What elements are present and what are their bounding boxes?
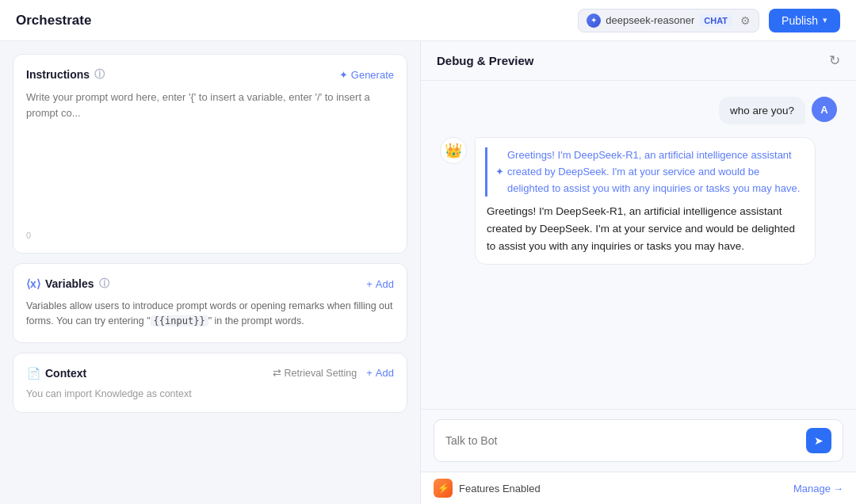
sparkle-icon: ✦ [339,69,348,81]
features-left: ⚡ Features Enabled [434,479,541,498]
thinking-icon: ✦ [495,164,504,181]
main-content: Instructions ⓘ ✦ Generate 0 ⟨x⟩ Variable… [0,41,856,504]
variables-desc-part2: " in the prompt words. [208,315,304,326]
variables-info-icon[interactable]: ⓘ [99,277,109,291]
instructions-title-group: Instructions ⓘ [26,67,105,82]
bot-thinking-section: ✦ Greetings! I'm DeepSeek-R1, an artific… [485,147,804,197]
settings-icon: ⚙ [740,14,751,27]
variables-header: ⟨x⟩ Variables ⓘ + Add [26,277,394,291]
add-label: Add [376,278,394,290]
right-panel: Debug & Preview ↻ who are you? A 👑 ✦ Gre… [420,41,856,504]
variables-icon: ⟨x⟩ [26,277,40,291]
context-add-label: Add [376,367,394,379]
model-selector[interactable]: ✦ deepseek-reasoner CHAT ⚙ [578,9,759,32]
retrieval-label: Retrieval Setting [285,368,357,379]
bot-bubble: ✦ Greetings! I'm DeepSeek-R1, an artific… [475,137,816,265]
bot-thinking-text: Greetings! I'm DeepSeek-R1, an artificia… [507,147,804,197]
variables-title-group: ⟨x⟩ Variables ⓘ [26,277,109,291]
chat-input[interactable] [445,434,800,447]
chat-input-area: ➤ [421,409,856,472]
model-name: deepseek-reasoner [606,14,694,26]
debug-header: Debug & Preview ↻ [421,41,856,81]
instructions-textarea[interactable] [26,90,394,224]
retrieval-setting-button[interactable]: ⇄ Retrieval Setting [273,367,357,379]
chevron-down-icon: ▾ [823,15,827,25]
context-title: Context [45,367,86,380]
send-icon: ➤ [814,434,824,447]
bot-avatar: 👑 [440,137,467,164]
manage-label: Manage [793,483,831,494]
context-add-button[interactable]: + Add [366,367,394,379]
variables-code: {{input}} [151,315,208,326]
refresh-button[interactable]: ↻ [829,52,840,69]
model-icon: ✦ [587,13,601,28]
instructions-header: Instructions ⓘ ✦ Generate [26,67,394,82]
features-icon: ⚡ [434,479,453,498]
context-icon: 📄 [26,366,40,380]
context-actions: ⇄ Retrieval Setting + Add [273,367,394,379]
variables-title: Variables [45,277,94,290]
variables-add-button[interactable]: + Add [366,278,394,290]
header-actions: ✦ deepseek-reasoner CHAT ⚙ Publish ▾ [578,9,840,32]
chat-area: who are you? A 👑 ✦ Greetings! I'm DeepSe… [421,81,856,409]
header: Orchestrate ✦ deepseek-reasoner CHAT ⚙ P… [0,0,856,41]
variables-card: ⟨x⟩ Variables ⓘ + Add Variables allow us… [13,263,407,343]
variables-description: Variables allow users to introduce promp… [26,299,394,330]
context-title-group: 📄 Context [26,366,86,380]
publish-button[interactable]: Publish ▾ [769,9,840,32]
arrow-right-icon: → [833,483,843,494]
bot-main-text: Greetings! I'm DeepSeek-R1, an artificia… [487,203,804,254]
context-plus-icon: + [366,367,373,379]
manage-link[interactable]: Manage → [793,483,843,494]
features-label: Features Enabled [459,483,541,494]
char-count: 0 [26,231,394,240]
bot-message: 👑 ✦ Greetings! I'm DeepSeek-R1, an artif… [440,137,837,265]
sliders-icon: ⇄ [273,367,281,379]
plus-icon: + [366,278,373,290]
page-title: Orchestrate [16,13,91,29]
generate-label: Generate [351,69,394,81]
info-icon[interactable]: ⓘ [94,67,105,82]
publish-label: Publish [781,14,818,27]
chat-input-box: ➤ [434,419,843,462]
left-panel: Instructions ⓘ ✦ Generate 0 ⟨x⟩ Variable… [0,41,420,504]
send-button[interactable]: ➤ [806,428,831,453]
context-header: 📄 Context ⇄ Retrieval Setting + Add [26,366,394,380]
context-description: You can import Knowledge as context [26,388,394,399]
user-bubble: who are you? [719,97,805,124]
debug-title: Debug & Preview [437,54,534,67]
features-bar: ⚡ Features Enabled Manage → [421,472,856,504]
chat-badge: CHAT [699,14,732,27]
generate-button[interactable]: ✦ Generate [339,69,394,81]
context-card: 📄 Context ⇄ Retrieval Setting + Add You … [13,353,407,413]
user-avatar: A [812,97,837,122]
instructions-title: Instructions [26,68,90,81]
user-message: who are you? A [440,97,837,124]
instructions-card: Instructions ⓘ ✦ Generate 0 [13,54,407,254]
